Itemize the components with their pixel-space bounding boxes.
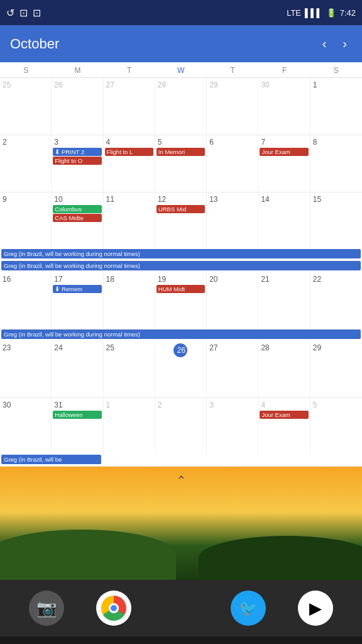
day-sep29[interactable]: 29 [207, 78, 258, 135]
day-oct22[interactable]: 22 [310, 272, 362, 329]
scenic-background: ⌃ [0, 467, 362, 580]
camera-app-button[interactable]: 📷 [29, 591, 64, 626]
next-month-button[interactable]: › [337, 34, 352, 53]
day-sep28[interactable]: 28 [155, 78, 207, 135]
day-oct15[interactable]: 15 [310, 192, 362, 249]
day-oct3[interactable]: 3 ⬇ PRINT 2 Flight to O [52, 135, 103, 192]
day-oct30[interactable]: 30 [0, 398, 52, 455]
day-oct28[interactable]: 28 [258, 341, 310, 397]
hill-right [199, 536, 362, 580]
event-greg-week5[interactable]: Greg (in Brazil, will be working during … [1, 330, 361, 339]
day-oct19[interactable]: 19 HUM Midt [155, 272, 207, 329]
week6-span: Greg (in Brazil, will be [0, 455, 362, 466]
dow-thu: T [207, 66, 258, 75]
day-oct9[interactable]: 9 [0, 192, 52, 249]
day-nov4[interactable]: 4 Jour Exam [258, 398, 310, 455]
day-oct26[interactable]: 26 [155, 341, 207, 397]
dow-tue: T [104, 66, 155, 75]
day-oct16[interactable]: 16 [0, 272, 52, 329]
day-oct2[interactable]: 2 [0, 135, 52, 192]
today-indicator: 26 [173, 343, 187, 357]
bottom-nav: 📷 🐦 ▶ [0, 580, 362, 636]
day-oct31[interactable]: 31 Halloween [52, 398, 103, 455]
week-3: 9 10 Columbus CAS Midte 11 12 URBS Mid 1… [0, 192, 362, 261]
day-oct8[interactable]: 8 [310, 135, 362, 192]
week-2: 2 3 ⬇ PRINT 2 Flight to O 4 Flight to L … [0, 135, 362, 192]
day-nov5[interactable]: 5 [310, 398, 362, 455]
chrome-icon [101, 596, 126, 621]
day-oct5[interactable]: 5 In Memori [155, 135, 207, 192]
event-jour-exam-nov[interactable]: Jour Exam [260, 411, 308, 419]
dow-sat: S [310, 66, 362, 75]
day-sep30[interactable]: 30 [258, 78, 310, 135]
dow-header: S M T W T F S [0, 62, 362, 78]
day-oct21[interactable]: 21 [258, 272, 310, 329]
music-app-button[interactable]: ▶ [298, 591, 333, 626]
lte-indicator: LTE [287, 8, 301, 18]
battery-icon: 🔋 [326, 8, 336, 18]
dow-mon: M [52, 66, 103, 75]
day-sep25[interactable]: 25 [0, 78, 52, 135]
day-oct4[interactable]: 4 Flight to L [104, 135, 155, 192]
day-oct13[interactable]: 13 [207, 192, 258, 249]
day-oct20[interactable]: 20 [207, 272, 258, 329]
event-urbs-mid[interactable]: URBS Mid [156, 205, 205, 213]
event-print2[interactable]: ⬇ PRINT 2 [53, 148, 101, 156]
day-oct18[interactable]: 18 [104, 272, 155, 329]
event-hum-midt[interactable]: HUM Midt [156, 285, 205, 293]
event-columbus[interactable]: Columbus [53, 205, 101, 213]
dow-wed: W [155, 66, 207, 75]
day-oct23[interactable]: 23 [0, 341, 52, 397]
day-oct24[interactable]: 24 [52, 341, 103, 397]
day-oct25[interactable]: 25 [104, 341, 155, 397]
day-oct12[interactable]: 12 URBS Mid [155, 192, 207, 249]
day-nov3[interactable]: 3 [207, 398, 258, 455]
day-sep26[interactable]: 26 [52, 78, 103, 135]
dow-sun: S [0, 66, 52, 75]
twitter-app-button[interactable]: 🐦 [231, 591, 266, 626]
clock: 7:42 [340, 8, 356, 18]
day-oct7[interactable]: 7 Jour Exam [258, 135, 310, 192]
day-oct17[interactable]: 17 ⬇ Remem [52, 272, 103, 329]
chrome-app-button[interactable] [96, 591, 131, 626]
event-greg-week6[interactable]: Greg (in Brazil, will be [1, 455, 101, 464]
event-in-memori[interactable]: In Memori [156, 148, 205, 156]
chevron-up-icon[interactable]: ⌃ [176, 473, 187, 488]
event-halloween[interactable]: Halloween [53, 411, 101, 419]
event-greg-week3[interactable]: Greg (in Brazil, will be working during … [1, 249, 361, 258]
day-oct10[interactable]: 10 Columbus CAS Midte [52, 192, 103, 249]
instagram-icon: ⊡ [19, 7, 28, 19]
dow-fri: F [258, 66, 310, 75]
event-cas-midte[interactable]: CAS Midte [53, 214, 101, 222]
signal-icon: ▌▌▌ [305, 8, 322, 18]
day-nov2[interactable]: 2 [155, 398, 207, 455]
week-4: Greg (in Brazil, will be working during … [0, 261, 362, 330]
instagram2-icon: ⊡ [33, 7, 41, 19]
event-flight-o[interactable]: Flight to O [53, 157, 101, 165]
calendar: October ‹ › S M T W T F S 25 26 27 28 29… [0, 25, 362, 467]
status-bar-right: LTE ▌▌▌ 🔋 7:42 [287, 8, 356, 18]
event-remem[interactable]: ⬇ Remem [53, 285, 101, 293]
prev-month-button[interactable]: ‹ [317, 34, 332, 53]
day-sep27[interactable]: 27 [104, 78, 155, 135]
event-flight-l[interactable]: Flight to L [105, 148, 153, 156]
event-jour-exam-7[interactable]: Jour Exam [260, 148, 308, 156]
calendar-title: October [10, 36, 59, 52]
week-6: 30 31 Halloween 1 2 3 4 Jour Exam 5 Greg… [0, 398, 362, 467]
chrome-center [109, 603, 119, 613]
day-oct1[interactable]: 1 [310, 78, 362, 135]
day-oct14[interactable]: 14 [258, 192, 310, 249]
week-1: 25 26 27 28 29 30 1 [0, 78, 362, 135]
day-oct27[interactable]: 27 [207, 341, 258, 397]
day-oct11[interactable]: 11 [104, 192, 155, 249]
status-bar: ↺ ⊡ ⊡ LTE ▌▌▌ 🔋 7:42 [0, 0, 362, 25]
day-oct6[interactable]: 6 [207, 135, 258, 192]
day-nov1[interactable]: 1 [104, 398, 155, 455]
week4-span-top: Greg (in Brazil, will be working during … [0, 261, 362, 272]
week-5: Greg (in Brazil, will be working during … [0, 330, 362, 398]
event-greg-week4[interactable]: Greg (in Brazil, will be working during … [1, 261, 361, 270]
day-oct29[interactable]: 29 [310, 341, 362, 397]
loop-icon: ↺ [6, 7, 14, 19]
status-bar-left: ↺ ⊡ ⊡ [6, 7, 41, 19]
week3-span: Greg (in Brazil, will be working during … [0, 249, 362, 260]
